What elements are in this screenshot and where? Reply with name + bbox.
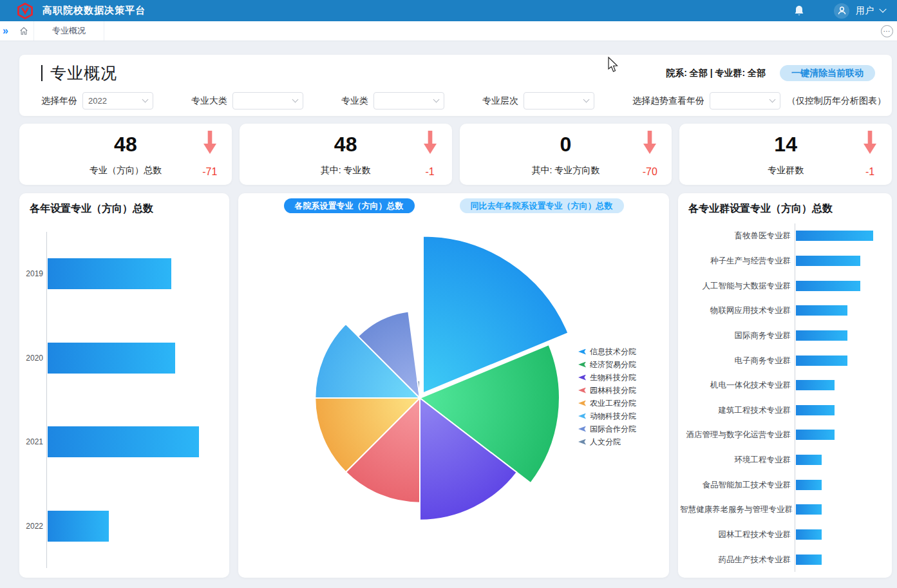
- group-chart-row: 人工智能与大数据专业群: [795, 281, 885, 291]
- group-bar-3[interactable]: [796, 305, 847, 316]
- charts-row: 各年设置专业（方向）总数 2019202020212022 各院系设置专业（方向…: [19, 193, 892, 578]
- page-title: 专业概况: [50, 62, 117, 84]
- group-bar-9[interactable]: [796, 455, 822, 465]
- filter-label: 专业类: [341, 95, 368, 107]
- legend-marker-icon: [578, 439, 586, 445]
- year-bar-2020[interactable]: [48, 343, 175, 374]
- tab-options-icon[interactable]: ⋯: [881, 25, 893, 37]
- home-icon: [19, 26, 28, 35]
- group-axis-label: 国际商务专业群: [680, 330, 791, 341]
- filter-group-2: 专业类: [341, 92, 444, 109]
- group-bar-0[interactable]: [796, 231, 873, 241]
- group-chart-row: 环境工程专业群: [795, 455, 885, 465]
- group-bar-6[interactable]: [796, 380, 835, 390]
- notification-bell-icon[interactable]: [794, 5, 804, 17]
- yearly-totals-chart-card: 各年设置专业（方向）总数 2019202020212022: [19, 193, 229, 578]
- group-chart-row: 国际商务专业群: [795, 330, 885, 341]
- group-bar-4[interactable]: [796, 330, 847, 341]
- filter-group-3: 专业层次: [482, 92, 594, 109]
- app-title: 高职院校数据决策平台: [42, 5, 146, 17]
- legend-label: 生物科技分院: [590, 372, 636, 383]
- filter-select-0[interactable]: 2022: [82, 92, 153, 109]
- tab-bar: » 专业概况 ⋯: [0, 21, 897, 41]
- stat-change: -70: [642, 166, 657, 178]
- filter-label: 专业层次: [482, 95, 518, 107]
- filter-select-3[interactable]: [524, 92, 594, 109]
- chevron-down-icon[interactable]: [879, 5, 886, 12]
- year-chart-row: 2020: [47, 343, 222, 374]
- user-avatar[interactable]: [834, 3, 849, 19]
- stat-change: -1: [862, 166, 878, 178]
- stat-card-1: 48其中: 专业数-1: [240, 124, 452, 185]
- stat-change: -71: [202, 166, 218, 178]
- group-axis-label: 食品智能加工技术专业群: [680, 479, 791, 490]
- home-tab[interactable]: [15, 21, 34, 41]
- group-totals-chart-card: 各专业群设置专业（方向）总数 畜牧兽医专业群种子生产与经营专业群人工智能与大数据…: [678, 193, 892, 578]
- legend-item-6[interactable]: 国际合作分院: [578, 422, 636, 435]
- group-bar-11[interactable]: [796, 504, 822, 515]
- year-bar-2022[interactable]: [48, 511, 109, 542]
- chevron-down-icon: [142, 97, 149, 103]
- yearly-bar-plot: 2019202020212022: [46, 232, 222, 568]
- stat-label: 其中: 专业数: [240, 165, 452, 176]
- group-bar-7[interactable]: [796, 405, 835, 415]
- top-bar: 高职院校数据决策平台 用户: [0, 0, 897, 21]
- trend-down-arrow-icon: [422, 130, 438, 155]
- legend-marker-icon: [578, 426, 586, 432]
- year-chart-row: 2019: [47, 258, 222, 289]
- legend-item-0[interactable]: 信息技术分院: [578, 345, 636, 358]
- group-chart-row: 智慧健康养老服务与管理专业群: [795, 504, 885, 515]
- legend-item-4[interactable]: 农业工程分院: [578, 397, 636, 410]
- legend-item-5[interactable]: 动物科技分院: [578, 410, 636, 422]
- filter-groups: 选择年份2022专业大类专业类专业层次选择趋势查看年份: [41, 92, 787, 109]
- stat-value: 48: [240, 133, 452, 156]
- filter-select-4[interactable]: [710, 92, 780, 109]
- group-bar-1[interactable]: [796, 256, 860, 266]
- filter-select-2[interactable]: [373, 92, 444, 109]
- year-axis-label: 2019: [20, 269, 43, 278]
- group-bar-5[interactable]: [796, 356, 847, 366]
- group-axis-label: 智慧健康养老服务与管理专业群: [680, 504, 791, 515]
- year-axis-label: 2022: [20, 522, 43, 531]
- group-bar-12[interactable]: [796, 529, 822, 540]
- year-axis-label: 2021: [20, 437, 43, 446]
- chevron-down-icon: [583, 97, 590, 103]
- year-bar-2021[interactable]: [48, 426, 199, 457]
- chevron-down-icon: [433, 97, 440, 103]
- stat-value: 14: [679, 133, 892, 156]
- legend-item-7[interactable]: 人文分院: [578, 435, 636, 448]
- legend-item-1[interactable]: 经济贸易分院: [578, 358, 636, 371]
- linkage-summary: 院系: 全部 | 专业群: 全部: [666, 68, 766, 79]
- year-bar-2019[interactable]: [48, 258, 171, 289]
- group-bar-2[interactable]: [796, 281, 860, 291]
- group-bar-10[interactable]: [796, 480, 822, 490]
- filter-label: 选择年份: [41, 95, 77, 107]
- group-bar-8[interactable]: [796, 430, 835, 440]
- group-axis-label: 机电一体化技术专业群: [680, 380, 791, 391]
- stat-value: 48: [19, 133, 232, 156]
- yearly-chart-title: 各年设置专业（方向）总数: [19, 193, 229, 216]
- trend-down-arrow-icon: [642, 130, 657, 155]
- legend-label: 动物科技分院: [590, 411, 636, 422]
- legend-label: 园林科技分院: [590, 385, 636, 396]
- legend-label: 国际合作分院: [590, 424, 636, 435]
- group-bar-13[interactable]: [796, 555, 822, 565]
- trend-down-arrow-icon: [862, 130, 878, 155]
- pie-legend: 信息技术分院经济贸易分院生物科技分院园林科技分院农业工程分院动物科技分院国际合作…: [578, 345, 636, 448]
- legend-label: 信息技术分院: [590, 346, 636, 357]
- user-menu-label[interactable]: 用户: [856, 5, 874, 17]
- group-chart-row: 酒店管理与数字化运营专业群: [795, 430, 885, 440]
- group-axis-label: 药品生产技术专业群: [680, 554, 791, 565]
- stat-label: 专业（方向）总数: [19, 165, 232, 176]
- sidebar-collapse-icon[interactable]: »: [0, 25, 15, 37]
- clear-linkage-button[interactable]: 一键清除当前联动: [780, 65, 875, 81]
- legend-label: 经济贸易分院: [590, 359, 636, 370]
- legend-item-2[interactable]: 生物科技分院: [578, 371, 636, 384]
- filter-select-1[interactable]: [232, 92, 303, 109]
- stat-card-2: 0其中: 专业方向数-70: [460, 124, 672, 185]
- legend-item-3[interactable]: 园林科技分院: [578, 384, 636, 397]
- tab-active[interactable]: 专业概况: [34, 21, 104, 41]
- title-accent-bar: [41, 65, 42, 81]
- legend-label: 人文分院: [590, 437, 621, 448]
- group-axis-label: 电子商务专业群: [680, 355, 791, 366]
